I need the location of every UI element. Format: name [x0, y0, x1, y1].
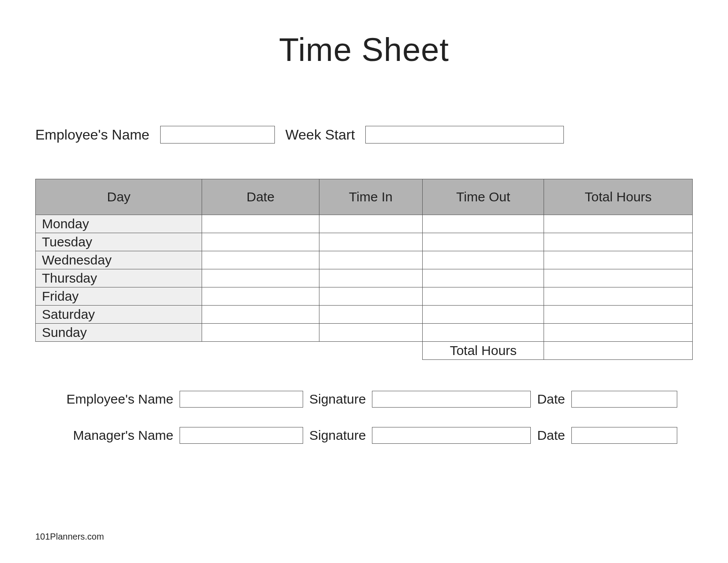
table-row: Friday — [36, 287, 693, 306]
employee-signature-row: Employee's Name Signature Date — [35, 391, 693, 408]
week-start-field[interactable] — [365, 126, 564, 144]
manager-signature-field[interactable] — [372, 427, 531, 444]
employee-date-label: Date — [537, 392, 565, 407]
day-cell: Saturday — [36, 306, 202, 324]
manager-signature-row: Manager's Name Signature Date — [35, 427, 693, 444]
total-hours-cell[interactable] — [544, 269, 693, 287]
total-hours-cell[interactable] — [544, 251, 693, 269]
footer-attribution: 101Planners.com — [35, 532, 104, 542]
employee-name-sig-field[interactable] — [180, 391, 303, 408]
header-time-out: Time Out — [423, 179, 544, 215]
time-out-cell[interactable] — [423, 251, 544, 269]
date-cell[interactable] — [202, 324, 319, 342]
time-out-cell[interactable] — [423, 233, 544, 251]
date-cell[interactable] — [202, 287, 319, 306]
spacer-cell — [319, 342, 423, 360]
table-header-row: Day Date Time In Time Out Total Hours — [36, 179, 693, 215]
day-cell: Friday — [36, 287, 202, 306]
table-row: Sunday — [36, 324, 693, 342]
time-out-cell[interactable] — [423, 287, 544, 306]
date-cell[interactable] — [202, 215, 319, 233]
manager-name-sig-field[interactable] — [180, 427, 303, 444]
table-row: Wednesday — [36, 251, 693, 269]
total-hours-cell[interactable] — [544, 324, 693, 342]
employee-name-sig-label: Employee's Name — [52, 392, 173, 407]
day-cell: Thursday — [36, 269, 202, 287]
employee-date-field[interactable] — [571, 391, 677, 408]
date-cell[interactable] — [202, 251, 319, 269]
date-cell[interactable] — [202, 306, 319, 324]
time-in-cell[interactable] — [319, 269, 423, 287]
signature-block: Employee's Name Signature Date Manager's… — [35, 391, 693, 444]
time-in-cell[interactable] — [319, 251, 423, 269]
header-time-in: Time In — [319, 179, 423, 215]
grand-total-value[interactable] — [544, 342, 693, 360]
employee-signature-field[interactable] — [372, 391, 531, 408]
employee-signature-label: Signature — [309, 392, 366, 407]
spacer-cell — [202, 342, 319, 360]
employee-name-field[interactable] — [160, 126, 275, 144]
total-hours-cell[interactable] — [544, 287, 693, 306]
day-cell: Wednesday — [36, 251, 202, 269]
header-date: Date — [202, 179, 319, 215]
date-cell[interactable] — [202, 233, 319, 251]
header-total-hours: Total Hours — [544, 179, 693, 215]
time-in-cell[interactable] — [319, 324, 423, 342]
total-hours-cell[interactable] — [544, 306, 693, 324]
timesheet-page: Time Sheet Employee's Name Week Start Da… — [0, 0, 728, 563]
page-title: Time Sheet — [35, 31, 693, 68]
time-in-cell[interactable] — [319, 233, 423, 251]
header-day: Day — [36, 179, 202, 215]
manager-name-sig-label: Manager's Name — [52, 428, 173, 443]
employee-name-label: Employee's Name — [35, 127, 150, 143]
day-cell: Tuesday — [36, 233, 202, 251]
timesheet-table: Day Date Time In Time Out Total Hours Mo… — [35, 179, 693, 360]
time-in-cell[interactable] — [319, 287, 423, 306]
table-row: Thursday — [36, 269, 693, 287]
total-hours-cell[interactable] — [544, 233, 693, 251]
day-cell: Sunday — [36, 324, 202, 342]
total-hours-cell[interactable] — [544, 215, 693, 233]
grand-total-label: Total Hours — [423, 342, 544, 360]
time-in-cell[interactable] — [319, 306, 423, 324]
day-cell: Monday — [36, 215, 202, 233]
manager-date-label: Date — [537, 428, 565, 443]
date-cell[interactable] — [202, 269, 319, 287]
top-fields-row: Employee's Name Week Start — [35, 126, 693, 144]
table-row: Tuesday — [36, 233, 693, 251]
table-row: Saturday — [36, 306, 693, 324]
table-row: Monday — [36, 215, 693, 233]
time-out-cell[interactable] — [423, 306, 544, 324]
time-out-cell[interactable] — [423, 269, 544, 287]
week-start-label: Week Start — [285, 127, 355, 143]
manager-signature-label: Signature — [309, 428, 366, 443]
time-out-cell[interactable] — [423, 324, 544, 342]
grand-total-row: Total Hours — [36, 342, 693, 360]
spacer-cell — [36, 342, 202, 360]
time-in-cell[interactable] — [319, 215, 423, 233]
manager-date-field[interactable] — [571, 427, 677, 444]
time-out-cell[interactable] — [423, 215, 544, 233]
